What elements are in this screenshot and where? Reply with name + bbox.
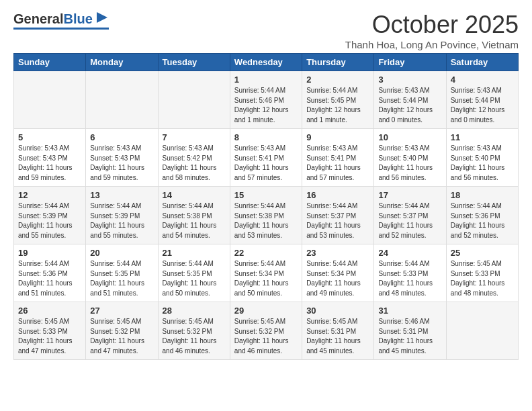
calendar-week-4: 19Sunrise: 5:44 AM Sunset: 5:36 PM Dayli… (14, 244, 519, 302)
col-wednesday: Wednesday (230, 54, 302, 71)
col-saturday: Saturday (446, 54, 518, 71)
header-row: Sunday Monday Tuesday Wednesday Thursday… (14, 54, 519, 71)
day-number: 27 (90, 306, 153, 316)
day-info: Sunrise: 5:44 AM Sunset: 5:37 PM Dayligh… (378, 201, 441, 240)
calendar-cell: 3Sunrise: 5:43 AM Sunset: 5:44 PM Daylig… (374, 71, 446, 129)
calendar-cell: 19Sunrise: 5:44 AM Sunset: 5:36 PM Dayli… (14, 244, 86, 302)
day-number: 10 (378, 132, 441, 142)
day-info: Sunrise: 5:46 AM Sunset: 5:31 PM Dayligh… (378, 317, 441, 356)
calendar-cell: 2Sunrise: 5:44 AM Sunset: 5:45 PM Daylig… (302, 71, 374, 129)
day-info: Sunrise: 5:44 AM Sunset: 5:33 PM Dayligh… (378, 259, 441, 298)
calendar-cell: 24Sunrise: 5:44 AM Sunset: 5:33 PM Dayli… (374, 244, 446, 302)
header: General Blue October 2025 Thanh Hoa, Lon… (13, 11, 519, 50)
day-info: Sunrise: 5:44 AM Sunset: 5:38 PM Dayligh… (234, 201, 298, 240)
calendar-cell (86, 71, 158, 129)
day-number: 9 (306, 132, 369, 142)
day-number: 6 (90, 132, 153, 142)
calendar-cell: 13Sunrise: 5:44 AM Sunset: 5:39 PM Dayli… (86, 187, 158, 244)
day-number: 22 (234, 248, 298, 258)
day-info: Sunrise: 5:44 AM Sunset: 5:35 PM Dayligh… (163, 259, 226, 298)
calendar-cell: 31Sunrise: 5:46 AM Sunset: 5:31 PM Dayli… (374, 302, 446, 360)
logo: General Blue (13, 11, 109, 30)
calendar-cell: 14Sunrise: 5:44 AM Sunset: 5:38 PM Dayli… (158, 187, 230, 244)
day-info: Sunrise: 5:45 AM Sunset: 5:32 PM Dayligh… (90, 317, 153, 356)
calendar-week-2: 5Sunrise: 5:43 AM Sunset: 5:43 PM Daylig… (14, 129, 519, 187)
day-number: 30 (306, 306, 369, 316)
calendar-cell: 9Sunrise: 5:43 AM Sunset: 5:41 PM Daylig… (302, 129, 374, 187)
day-info: Sunrise: 5:44 AM Sunset: 5:39 PM Dayligh… (18, 201, 81, 240)
calendar-cell: 15Sunrise: 5:44 AM Sunset: 5:38 PM Dayli… (230, 187, 302, 244)
calendar-table: Sunday Monday Tuesday Wednesday Thursday… (13, 53, 519, 360)
day-number: 14 (163, 190, 226, 200)
day-info: Sunrise: 5:43 AM Sunset: 5:44 PM Dayligh… (451, 86, 514, 125)
calendar-cell: 20Sunrise: 5:44 AM Sunset: 5:35 PM Dayli… (86, 244, 158, 302)
day-info: Sunrise: 5:43 AM Sunset: 5:43 PM Dayligh… (90, 144, 153, 183)
calendar-cell (14, 71, 86, 129)
subtitle: Thanh Hoa, Long An Povince, Vietnam (345, 39, 519, 50)
day-info: Sunrise: 5:44 AM Sunset: 5:38 PM Dayligh… (163, 201, 226, 240)
day-info: Sunrise: 5:44 AM Sunset: 5:46 PM Dayligh… (234, 86, 298, 125)
svg-marker-0 (97, 12, 107, 23)
day-number: 20 (90, 248, 153, 258)
logo-general: General (13, 11, 63, 26)
day-info: Sunrise: 5:45 AM Sunset: 5:33 PM Dayligh… (451, 259, 514, 298)
day-number: 2 (306, 75, 369, 85)
day-number: 17 (378, 190, 441, 200)
day-number: 25 (451, 248, 514, 258)
calendar-cell (158, 71, 230, 129)
calendar-cell: 7Sunrise: 5:43 AM Sunset: 5:42 PM Daylig… (158, 129, 230, 187)
calendar-cell: 12Sunrise: 5:44 AM Sunset: 5:39 PM Dayli… (14, 187, 86, 244)
day-number: 16 (306, 190, 369, 200)
logo-blue: Blue (63, 11, 92, 26)
day-number: 28 (163, 306, 226, 316)
day-number: 8 (234, 132, 298, 142)
day-number: 24 (378, 248, 441, 258)
calendar-body: 1Sunrise: 5:44 AM Sunset: 5:46 PM Daylig… (14, 71, 519, 360)
calendar-cell: 6Sunrise: 5:43 AM Sunset: 5:43 PM Daylig… (86, 129, 158, 187)
day-info: Sunrise: 5:45 AM Sunset: 5:32 PM Dayligh… (234, 317, 298, 356)
day-info: Sunrise: 5:43 AM Sunset: 5:43 PM Dayligh… (18, 144, 81, 183)
calendar-cell: 28Sunrise: 5:45 AM Sunset: 5:32 PM Dayli… (158, 302, 230, 360)
day-number: 29 (234, 306, 298, 316)
calendar-cell: 21Sunrise: 5:44 AM Sunset: 5:35 PM Dayli… (158, 244, 230, 302)
calendar-cell: 29Sunrise: 5:45 AM Sunset: 5:32 PM Dayli… (230, 302, 302, 360)
calendar-cell: 1Sunrise: 5:44 AM Sunset: 5:46 PM Daylig… (230, 71, 302, 129)
day-number: 23 (306, 248, 369, 258)
day-info: Sunrise: 5:43 AM Sunset: 5:41 PM Dayligh… (234, 144, 298, 183)
day-number: 13 (90, 190, 153, 200)
day-number: 31 (378, 306, 441, 316)
calendar-cell: 11Sunrise: 5:43 AM Sunset: 5:40 PM Dayli… (446, 129, 518, 187)
calendar-week-1: 1Sunrise: 5:44 AM Sunset: 5:46 PM Daylig… (14, 71, 519, 129)
calendar-header: Sunday Monday Tuesday Wednesday Thursday… (14, 54, 519, 71)
day-info: Sunrise: 5:44 AM Sunset: 5:36 PM Dayligh… (451, 201, 514, 240)
day-info: Sunrise: 5:44 AM Sunset: 5:35 PM Dayligh… (90, 259, 153, 298)
day-info: Sunrise: 5:44 AM Sunset: 5:34 PM Dayligh… (234, 259, 298, 298)
day-info: Sunrise: 5:43 AM Sunset: 5:42 PM Dayligh… (163, 144, 226, 183)
day-info: Sunrise: 5:44 AM Sunset: 5:34 PM Dayligh… (306, 259, 369, 298)
month-title: October 2025 (345, 11, 519, 39)
calendar-cell: 17Sunrise: 5:44 AM Sunset: 5:37 PM Dayli… (374, 187, 446, 244)
day-info: Sunrise: 5:43 AM Sunset: 5:44 PM Dayligh… (378, 86, 441, 125)
calendar-week-3: 12Sunrise: 5:44 AM Sunset: 5:39 PM Dayli… (14, 187, 519, 244)
day-info: Sunrise: 5:44 AM Sunset: 5:36 PM Dayligh… (18, 259, 81, 298)
day-info: Sunrise: 5:44 AM Sunset: 5:39 PM Dayligh… (90, 201, 153, 240)
calendar-cell: 8Sunrise: 5:43 AM Sunset: 5:41 PM Daylig… (230, 129, 302, 187)
day-number: 1 (234, 75, 298, 85)
calendar-cell: 26Sunrise: 5:45 AM Sunset: 5:33 PM Dayli… (14, 302, 86, 360)
col-tuesday: Tuesday (158, 54, 230, 71)
calendar-cell: 4Sunrise: 5:43 AM Sunset: 5:44 PM Daylig… (446, 71, 518, 129)
day-number: 4 (451, 75, 514, 85)
day-number: 3 (378, 75, 441, 85)
calendar-cell: 18Sunrise: 5:44 AM Sunset: 5:36 PM Dayli… (446, 187, 518, 244)
day-number: 5 (18, 132, 81, 142)
calendar-cell: 23Sunrise: 5:44 AM Sunset: 5:34 PM Dayli… (302, 244, 374, 302)
calendar-week-5: 26Sunrise: 5:45 AM Sunset: 5:33 PM Dayli… (14, 302, 519, 360)
day-info: Sunrise: 5:45 AM Sunset: 5:31 PM Dayligh… (306, 317, 369, 356)
day-info: Sunrise: 5:45 AM Sunset: 5:32 PM Dayligh… (163, 317, 226, 356)
calendar-cell: 30Sunrise: 5:45 AM Sunset: 5:31 PM Dayli… (302, 302, 374, 360)
day-number: 7 (163, 132, 226, 142)
day-number: 26 (18, 306, 81, 316)
day-number: 18 (451, 190, 514, 200)
calendar-cell: 27Sunrise: 5:45 AM Sunset: 5:32 PM Dayli… (86, 302, 158, 360)
day-number: 12 (18, 190, 81, 200)
